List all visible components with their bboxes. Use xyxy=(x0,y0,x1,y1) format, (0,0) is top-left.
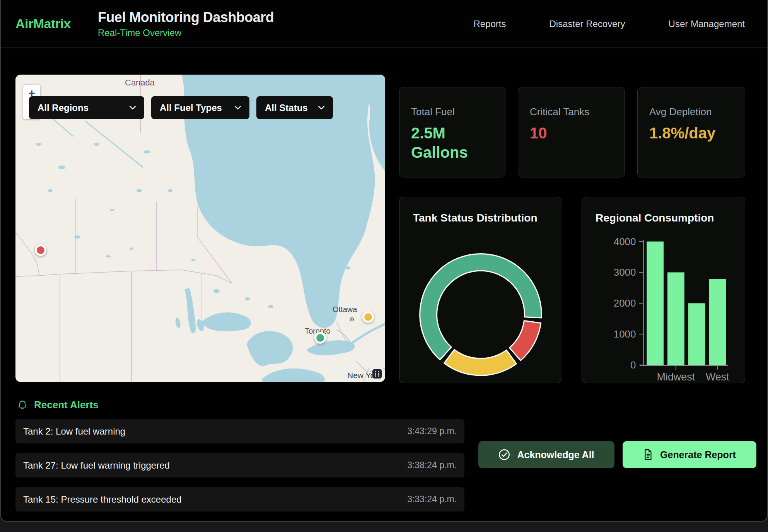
title-block: Fuel Monitoring Dashboard Real-Time Over… xyxy=(98,9,274,38)
acknowledge-all-button[interactable]: Acknowledge All xyxy=(478,441,614,468)
svg-text:1000: 1000 xyxy=(614,329,636,339)
region-filter-select[interactable]: All Regions xyxy=(29,96,144,119)
alert-row[interactable]: Tank 27: Low fuel warning triggered 3:38… xyxy=(15,453,464,477)
regional-consumption-chart-card: Regional Consumption 01000200030004000Mi… xyxy=(582,197,745,383)
stat-card-critical-tanks: Critical Tanks 10 xyxy=(518,87,625,177)
svg-text:0: 0 xyxy=(630,360,636,370)
donut-chart xyxy=(399,197,562,383)
bar-chart: 01000200030004000MidwestWest xyxy=(582,197,745,383)
chevron-down-icon xyxy=(318,106,324,109)
stat-value: 2.5M Gallons xyxy=(411,123,485,162)
chevron-down-icon xyxy=(235,106,241,109)
fuel-type-filter-select[interactable]: All Fuel Types xyxy=(151,96,249,119)
alert-row[interactable]: Tank 2: Low fuel warning 3:43:29 p.m. xyxy=(15,419,464,443)
page-title: Fuel Monitoring Dashboard xyxy=(98,9,274,26)
svg-text:2000: 2000 xyxy=(614,298,636,309)
check-circle-icon xyxy=(498,449,510,460)
alert-message: Tank 15: Pressure threshold exceeded xyxy=(23,494,182,505)
stat-value: 1.8%/day xyxy=(649,123,723,143)
generate-report-button[interactable]: Generate Report xyxy=(623,441,756,468)
map-canvas[interactable] xyxy=(15,75,385,382)
map-marker-warning[interactable] xyxy=(362,311,374,323)
acknowledge-all-label: Acknowledge All xyxy=(517,449,594,460)
main-nav: Reports Disaster Recovery User Managemen… xyxy=(473,19,745,29)
status-filter-select[interactable]: All Status xyxy=(256,96,333,119)
nav-disaster-recovery[interactable]: Disaster Recovery xyxy=(550,19,625,29)
document-icon xyxy=(643,449,653,460)
nav-reports[interactable]: Reports xyxy=(473,19,506,29)
stat-label: Avg Depletion xyxy=(649,106,733,118)
svg-text:Midwest: Midwest xyxy=(657,371,695,383)
svg-text:4000: 4000 xyxy=(614,236,636,247)
map-marker-critical[interactable] xyxy=(35,244,46,256)
alerts-title: Recent Alerts xyxy=(34,399,99,411)
svg-text:3000: 3000 xyxy=(614,267,636,278)
alert-time: 3:38:24 p.m. xyxy=(407,460,457,471)
fuel-type-filter-value: All Fuel Types xyxy=(160,102,222,113)
map-marker-normal[interactable] xyxy=(314,332,326,344)
alert-time: 3:43:29 p.m. xyxy=(407,426,457,437)
map-panel[interactable]: Canada Ottawa Toronto New York + − All R… xyxy=(15,75,385,382)
map-filters: All Regions All Fuel Types All Status xyxy=(29,96,333,119)
alert-row[interactable]: Tank 15: Pressure threshold exceeded 3:3… xyxy=(15,487,464,512)
alerts-header: Recent Alerts xyxy=(17,399,99,411)
stat-value: 10 xyxy=(530,123,603,143)
stat-label: Total Fuel xyxy=(411,106,493,118)
chevron-down-icon xyxy=(130,106,136,109)
status-filter-value: All Status xyxy=(265,102,308,113)
generate-report-label: Generate Report xyxy=(660,449,736,460)
brand-logo[interactable]: AirMatrix xyxy=(15,16,71,31)
stat-label: Critical Tanks xyxy=(530,106,613,118)
alert-message: Tank 27: Low fuel warning triggered xyxy=(23,460,170,471)
stat-card-avg-depletion: Avg Depletion 1.8%/day xyxy=(637,87,745,177)
header: AirMatrix Fuel Monitoring Dashboard Real… xyxy=(1,0,767,48)
page-subtitle: Real-Time Overview xyxy=(98,27,274,38)
tank-status-chart-card: Tank Status Distribution xyxy=(399,197,562,383)
nav-user-management[interactable]: User Management xyxy=(669,19,745,29)
bell-icon xyxy=(17,400,28,411)
alert-time: 3:33:24 p.m. xyxy=(407,494,457,505)
app-window: AirMatrix Fuel Monitoring Dashboard Real… xyxy=(0,0,768,522)
stat-card-total-fuel: Total Fuel 2.5M Gallons xyxy=(399,87,505,177)
svg-text:West: West xyxy=(706,371,729,383)
alert-message: Tank 2: Low fuel warning xyxy=(23,426,125,437)
map-resize-grip[interactable] xyxy=(372,369,382,379)
region-filter-value: All Regions xyxy=(38,102,89,113)
